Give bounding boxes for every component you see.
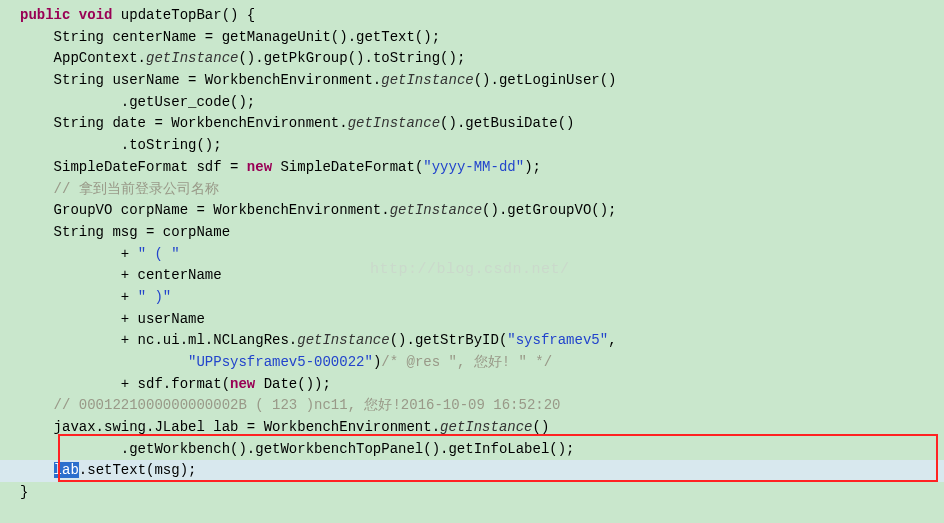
code-line: + " )" [0,287,944,309]
code-line: } [0,482,944,504]
code-line: String date = WorkbenchEnvironment.getIn… [0,113,944,135]
code-line: + sdf.format(new Date()); [0,374,944,396]
code-line: String centerName = getManageUnit().getT… [0,27,944,49]
code-line: .getWorkbench().getWorkbenchTopPanel().g… [0,439,944,461]
keyword: void [79,7,113,23]
code-line: // 0001221000000000002B ( 123 )nc11, 您好!… [0,395,944,417]
italic-method: getInstance [381,72,473,88]
code-line: .toString(); [0,135,944,157]
string-literal: " )" [138,289,172,305]
italic-method: getInstance [146,50,238,66]
code-line: + userName [0,309,944,331]
code-line: GroupVO corpName = WorkbenchEnvironment.… [0,200,944,222]
comment: // 0001221000000000002B ( 123 )nc11, 您好!… [20,397,560,413]
watermark: http://blog.csdn.net/ [370,258,570,281]
keyword: new [230,376,255,392]
code-line: SimpleDateFormat sdf = new SimpleDateFor… [0,157,944,179]
code-line: "UPPsysframev5-000022")/* @res ", 您好! " … [0,352,944,374]
code-line: // 拿到当前登录公司名称 [0,179,944,201]
string-literal: "yyyy-MM-dd" [423,159,524,175]
italic-method: getInstance [297,332,389,348]
italic-method: getInstance [390,202,482,218]
string-literal: "UPPsysframev5-000022" [188,354,373,370]
italic-method: getInstance [348,115,440,131]
code-line: + nc.ui.ml.NCLangRes.getInstance().getSt… [0,330,944,352]
string-literal: "sysframev5" [507,332,608,348]
code-text: updateTopBar() { [112,7,255,23]
keyword: new [247,159,272,175]
keyword: public [20,7,70,23]
code-editor[interactable]: public void updateTopBar() { String cent… [0,5,944,504]
code-line: .getUser_code(); [0,92,944,114]
code-line: public void updateTopBar() { [0,5,944,27]
italic-method: getInstance [440,419,532,435]
string-literal: " ( " [138,246,180,262]
code-line: String msg = corpName [0,222,944,244]
code-line: AppContext.getInstance().getPkGroup().to… [0,48,944,70]
text-selection: lab [54,462,79,478]
comment: /* @res ", 您好! " */ [381,354,552,370]
code-line: javax.swing.JLabel lab = WorkbenchEnviro… [0,417,944,439]
code-line: String userName = WorkbenchEnvironment.g… [0,70,944,92]
comment: // 拿到当前登录公司名称 [20,181,219,197]
active-line: lab.setText(msg); [0,460,944,482]
